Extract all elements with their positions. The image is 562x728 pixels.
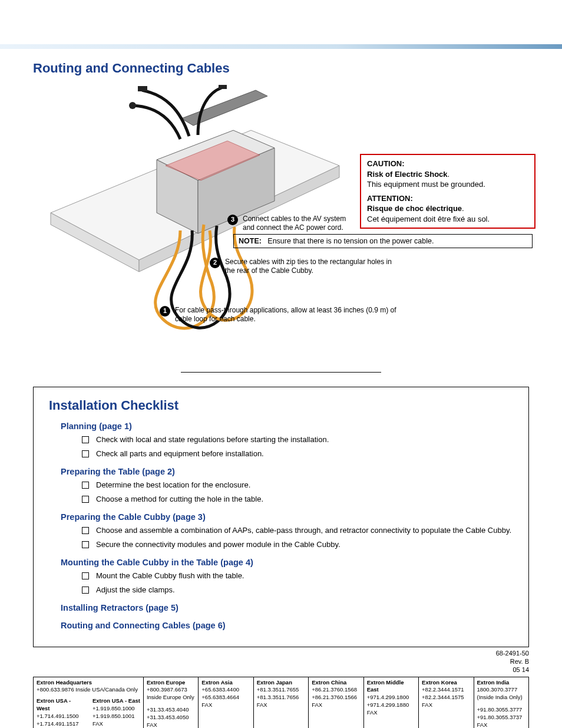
callout-text-3: Connect cables to the AV system and conn… xyxy=(243,215,355,232)
checklist-item: Check with local and state regulations b… xyxy=(82,434,513,445)
section-heading: Routing and Connecting Cables xyxy=(33,61,529,76)
checklist-section-heading: Preparing the Table (page 2) xyxy=(61,467,513,476)
installation-checklist-box: Installation Checklist Planning (page 1)… xyxy=(33,387,529,647)
note-text: Ensure that there is no tension on the p… xyxy=(267,237,434,245)
office-cell: Extron Headquarters+800.633.9876 Inside … xyxy=(34,677,144,728)
divider xyxy=(181,372,381,373)
checklist-section-heading: Routing and Connecting Cables (page 6) xyxy=(61,621,513,630)
contact-table: Extron Headquarters+800.633.9876 Inside … xyxy=(33,677,529,728)
office-cell: Extron Middle East+971.4.299.1800+971.4.… xyxy=(363,677,418,728)
checklist-item: Check all parts and equipment before ins… xyxy=(82,449,513,459)
caution-box: CAUTION: Risk of Electric Shock. This eq… xyxy=(360,154,535,229)
office-cell: Extron Europe+800.3987.6673Inside Europe… xyxy=(143,677,198,728)
office-cell: Extron China+86.21.3760.1568+86.21.3760.… xyxy=(309,677,363,728)
caution-label: CAUTION: xyxy=(367,159,405,168)
note-label: NOTE: xyxy=(239,237,262,245)
callout-bullet-2: 2 xyxy=(210,258,220,268)
attention-body: Cet équipement doit être fixé au sol. xyxy=(367,214,528,225)
checklist-item: Choose a method for cutting the hole in … xyxy=(82,494,513,505)
callout-bullet-1: 1 xyxy=(160,306,170,317)
callout-text-1: For cable pass-through applications, all… xyxy=(175,306,407,324)
office-cell: Extron Asia+65.6383.4400+65.6383.4664 FA… xyxy=(199,677,253,728)
office-cell: Extron Japan+81.3.3511.7655+81.3.3511.76… xyxy=(253,677,308,728)
checklist-title: Installation Checklist xyxy=(49,398,513,413)
checklist-item: Choose and assemble a combination of AAP… xyxy=(82,525,513,536)
checklist-item: Determine the best location for the encl… xyxy=(82,480,513,490)
checklist-item: Mount the Cable Cubby flush with the tab… xyxy=(82,571,513,581)
caution-headline: Risk of Electric Shock xyxy=(367,170,448,179)
svg-marker-7 xyxy=(181,90,267,126)
svg-rect-9 xyxy=(138,86,147,91)
caution-body: This equipment must be grounded. xyxy=(367,179,528,190)
callout-bullet-3: 3 xyxy=(227,215,238,225)
office-cell: Extron Korea+82.2.3444.1571+82.2.3444.15… xyxy=(419,677,474,728)
checklist-item: Adjust the side clamps. xyxy=(82,585,513,595)
office-cell: Extron India1800.3070.3777(Inside India … xyxy=(474,677,529,728)
note-box: NOTE: Ensure that there is no tension on… xyxy=(233,234,533,248)
attention-headline: Risque de choc électrique xyxy=(367,204,462,213)
checklist-section-heading: Planning (page 1) xyxy=(61,421,513,431)
doc-meta: 68-2491-50 Rev. B 05 14 xyxy=(33,650,529,674)
svg-point-8 xyxy=(129,102,136,109)
checklist-section-heading: Installing Retractors (page 5) xyxy=(61,603,513,612)
svg-rect-10 xyxy=(219,85,227,89)
checklist-item: Secure the connectivity modules and powe… xyxy=(82,539,513,550)
checklist-section-heading: Mounting the Cable Cubby in the Table (p… xyxy=(61,558,513,567)
callout-text-2: Secure cables with zip ties to the recta… xyxy=(225,258,396,275)
checklist-section-heading: Preparing the Cable Cubby (page 3) xyxy=(61,512,513,522)
attention-label: ATTENTION: xyxy=(367,194,413,203)
routing-diagram: CAUTION: Risk of Electric Shock. This eq… xyxy=(33,83,528,354)
